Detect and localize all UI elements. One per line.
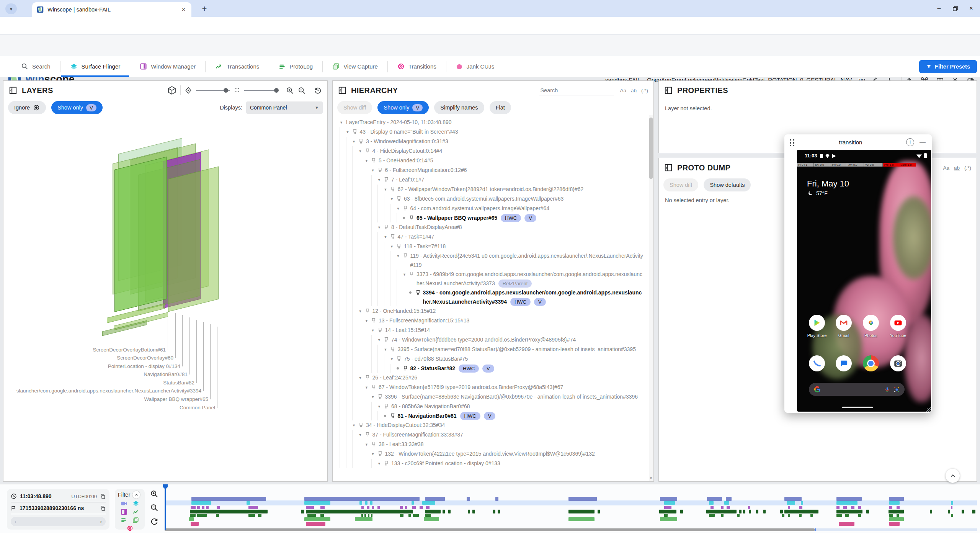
trace-segment[interactable] [307, 514, 315, 517]
trace-segment[interactable] [361, 506, 364, 509]
trace-segment[interactable] [568, 510, 595, 513]
trace-segment[interactable] [737, 514, 740, 517]
trace-segment[interactable] [598, 510, 600, 513]
trace-segment[interactable] [707, 497, 722, 501]
trace-segment[interactable] [413, 514, 419, 517]
trace-segment[interactable] [951, 506, 952, 509]
layer-3d-label[interactable]: StatusBar#82 [163, 380, 194, 386]
hierarchy-node[interactable]: 81 - NavigationBar0#81HWCV [340, 411, 653, 420]
timeline-scrollbar[interactable] [165, 528, 977, 531]
trace-segment[interactable] [664, 514, 667, 517]
expand-arrow-icon[interactable]: ▼ [384, 345, 390, 354]
trace-segment[interactable] [304, 501, 330, 505]
trace-segment[interactable] [217, 506, 220, 509]
expand-arrow-icon[interactable]: ▼ [365, 316, 371, 325]
panel-collapse-icon[interactable] [664, 163, 673, 172]
trace-segment[interactable] [301, 510, 304, 513]
regex-toggle[interactable]: (.*) [964, 165, 971, 171]
trace-segment[interactable] [405, 506, 407, 509]
layer-rect[interactable] [114, 157, 167, 312]
window-close-button[interactable]: × [965, 3, 977, 14]
trace-segment[interactable] [858, 506, 861, 509]
trace-segment[interactable] [364, 514, 366, 517]
hierarchy-node[interactable]: ▼34 - HideDisplayCutout:32:35#34 [340, 420, 653, 430]
trace-segment[interactable] [197, 514, 207, 517]
layer-3d-label[interactable]: Wallpaper BBQ wrapper#65 [144, 396, 208, 402]
trace-segment[interactable] [951, 501, 953, 505]
lens-icon[interactable] [893, 386, 900, 393]
layer-3d-label[interactable]: PointerLocation - display 0#134 [108, 363, 180, 369]
expand-arrow-icon[interactable]: ▼ [340, 118, 346, 127]
trace-segment[interactable] [897, 514, 899, 517]
tab-transitions[interactable]: Transitions [388, 56, 446, 77]
expand-arrow-icon[interactable]: ▼ [377, 222, 384, 232]
timeline-cursor[interactable] [165, 488, 166, 530]
match-word-toggle[interactable]: ab [631, 88, 637, 93]
screen-recording-trace-icon[interactable] [121, 500, 127, 507]
camera-icon[interactable] [890, 355, 906, 371]
trace-segment[interactable] [836, 514, 842, 517]
trace-segment[interactable] [448, 510, 451, 513]
trace-segment[interactable] [359, 501, 362, 505]
trace-segment[interactable] [190, 514, 196, 517]
zoom-out-icon[interactable] [298, 87, 306, 95]
hierarchy-node[interactable]: ▼3396 - Surface(name=885b63e NavigationB… [340, 392, 653, 402]
tab-transactions[interactable]: Transactions [206, 56, 269, 77]
trace-segment[interactable] [197, 506, 200, 509]
tab-search[interactable]: Search [11, 56, 60, 77]
timeline-zoom-reset-icon[interactable] [150, 517, 158, 526]
trace-segment[interactable] [306, 510, 413, 513]
match-case-toggle[interactable]: Aa [943, 165, 949, 171]
panel-collapse-icon[interactable] [664, 86, 673, 95]
trace-segment[interactable] [320, 506, 325, 509]
trace-segment[interactable] [727, 506, 730, 509]
panel-collapse-icon[interactable] [9, 86, 17, 95]
filter-collapse-icon[interactable] [132, 491, 140, 499]
expand-arrow-icon[interactable]: ▼ [371, 165, 378, 175]
hierarchy-node[interactable]: ▼47 - Task=1#47 [340, 232, 653, 242]
hierarchy-node[interactable]: ▼26 - Leaf:24:25#26 [340, 373, 653, 383]
trace-segment[interactable] [845, 514, 848, 517]
trace-segment[interactable] [190, 510, 268, 513]
trace-segment[interactable] [495, 497, 498, 501]
hierarchy-node[interactable]: 65 - Wallpaper BBQ wrapper#65HWCV [340, 213, 653, 222]
regex-toggle[interactable]: (.*) [641, 88, 648, 93]
expand-arrow-icon[interactable]: ▼ [384, 185, 390, 194]
expand-arrow-icon[interactable]: ▼ [397, 204, 403, 213]
hierarchy-node[interactable]: ▼7 - Leaf:0:1#7 [340, 175, 653, 185]
drag-handle-icon[interactable] [789, 138, 795, 146]
expand-arrow-icon[interactable]: ▼ [390, 194, 397, 204]
trace-segment[interactable] [189, 517, 194, 521]
window-restore-button[interactable] [949, 3, 961, 14]
screenshot-window-titlebar[interactable]: transition i — [784, 134, 932, 150]
trace-segment[interactable] [782, 514, 784, 517]
rotation-slider[interactable] [196, 90, 230, 91]
trace-segment[interactable] [739, 510, 741, 513]
expand-arrow-icon[interactable]: ▼ [371, 449, 378, 459]
mic-icon[interactable] [884, 386, 890, 393]
timeline-zoom-out-icon[interactable] [150, 504, 158, 512]
expand-arrow-icon[interactable]: ▼ [377, 335, 384, 345]
trace-segment[interactable] [408, 514, 411, 517]
hierarchy-node[interactable]: ▼38 - Leaf:33:33#38 [340, 440, 653, 449]
trace-segment[interactable] [367, 506, 369, 509]
trace-segment[interactable] [568, 497, 597, 501]
trace-segment[interactable] [948, 510, 950, 513]
hierarchy-node[interactable]: ▼5 - OneHanded:0:14#5 [340, 156, 653, 165]
trace-segment[interactable] [784, 497, 802, 501]
displays-select[interactable]: Common Panel ▼ [246, 101, 323, 114]
trace-segment[interactable] [858, 514, 861, 517]
view-capture-trace-icon[interactable] [132, 517, 139, 523]
expand-arrow-icon[interactable]: ▼ [359, 306, 365, 316]
phone-icon[interactable] [809, 355, 825, 371]
trace-segment[interactable] [748, 506, 750, 509]
transactions-trace-icon[interactable] [132, 508, 139, 515]
hierarchy-node[interactable]: ▼3395 - Surface(name=ed70f88 StatusBar)/… [340, 345, 653, 354]
trace-segment[interactable] [763, 510, 766, 513]
trace-segment[interactable] [467, 497, 470, 501]
trace-segment[interactable] [420, 506, 423, 509]
tab-jank-cujs[interactable]: Jank CUJs [446, 56, 504, 77]
copy-icon[interactable] [100, 505, 106, 511]
trace-segment[interactable] [664, 501, 675, 505]
expand-arrow-icon[interactable]: ▼ [403, 270, 409, 279]
